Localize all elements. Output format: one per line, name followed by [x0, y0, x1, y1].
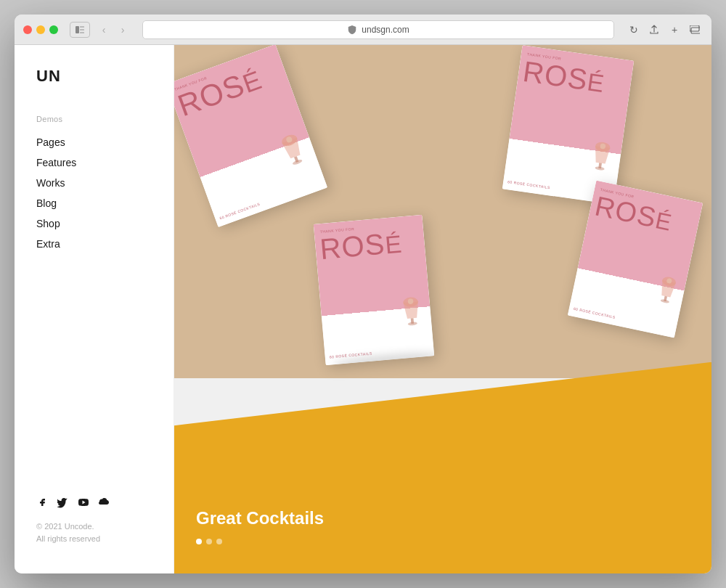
minimize-button[interactable]	[36, 25, 45, 34]
sidebar-item-works[interactable]: Works	[36, 173, 152, 193]
svg-point-12	[595, 166, 605, 171]
hero-background: THANK YOU FOR ROSÉ 60	[174, 45, 711, 573]
sidebar-navigation: Demos Pages Features Works Blog Shop Ext…	[15, 115, 174, 481]
logo-text: UN	[36, 67, 61, 85]
book-3-title: ROSÉ	[319, 226, 421, 263]
back-button[interactable]: ‹	[96, 22, 112, 38]
svg-rect-3	[80, 32, 84, 33]
copyright: © 2021 Uncode. All rights reserved	[36, 520, 152, 544]
book-3: THANK YOU FOR ROSÉ 60 ROSÉ COCKTAIL	[314, 215, 434, 365]
slider-dot-2[interactable]	[206, 539, 212, 544]
sidebar-item-pages[interactable]: Pages	[36, 132, 152, 152]
browser-controls	[70, 22, 90, 38]
youtube-icon[interactable]	[77, 496, 90, 509]
sidebar-toggle-button[interactable]	[70, 22, 90, 38]
slider-dot-1[interactable]	[196, 539, 202, 544]
url-text: undsgn.com	[362, 25, 409, 35]
sidebar-item-features[interactable]: Features	[36, 152, 152, 173]
slider-dot-3[interactable]	[216, 539, 222, 544]
book-3-inner: THANK YOU FOR ROSÉ 60 ROSÉ COCKTAIL	[314, 215, 434, 365]
browser-content: UN Demos Pages Features Works Blog Shop …	[15, 45, 711, 573]
forward-button[interactable]: ›	[115, 22, 131, 38]
book-3-drink	[400, 295, 423, 330]
share-button[interactable]	[646, 22, 662, 38]
copyright-line2: All rights reserved	[36, 533, 152, 545]
sidebar-item-shop[interactable]: Shop	[36, 213, 152, 234]
sidebar: UN Demos Pages Features Works Blog Shop …	[15, 45, 174, 573]
sidebar-item-extra[interactable]: Extra	[36, 234, 152, 254]
tabs-button[interactable]	[687, 22, 703, 38]
book-2-title: ROSÉ	[521, 57, 628, 99]
hero-title: Great Cocktails	[196, 508, 324, 528]
browser-actions: ↻ +	[626, 22, 703, 38]
book-4-sub: 60 ROSÉ COCKTAILS	[573, 306, 616, 319]
browser-chrome: ‹ › undsgn.com ↻ +	[15, 15, 711, 45]
new-tab-button[interactable]: +	[666, 22, 682, 38]
hero-text-overlay: Great Cocktails	[196, 508, 324, 544]
section-label: Demos	[36, 115, 152, 123]
svg-rect-5	[691, 28, 700, 33]
browser-window: ‹ › undsgn.com ↻ +	[15, 15, 711, 573]
book-2-sub: 60 ROSÉ COCKTAILS	[507, 179, 550, 189]
copyright-line1: © 2021 Uncode.	[36, 520, 152, 533]
book-4-title: ROSÉ	[592, 192, 696, 239]
book-2-inner: THANK YOU FOR ROSÉ 60 ROSÉ COCKTAIL	[502, 45, 634, 205]
close-button[interactable]	[23, 25, 32, 34]
security-icon	[347, 25, 357, 35]
sidebar-logo[interactable]: UN	[15, 60, 174, 115]
sidebar-item-blog[interactable]: Blog	[36, 193, 152, 213]
book-4-drink	[654, 274, 680, 309]
svg-rect-2	[80, 29, 84, 30]
browser-nav: ‹ ›	[96, 22, 131, 38]
svg-rect-0	[76, 26, 79, 33]
reload-button[interactable]: ↻	[626, 22, 642, 38]
hero-area: THANK YOU FOR ROSÉ 60	[174, 45, 711, 573]
svg-rect-1	[80, 26, 84, 28]
svg-point-16	[408, 322, 417, 326]
book-2-drink	[589, 140, 613, 176]
slider-dots	[196, 539, 324, 544]
address-bar[interactable]: undsgn.com	[142, 20, 614, 39]
maximize-button[interactable]	[49, 25, 58, 34]
twitter-icon[interactable]	[57, 496, 70, 509]
sidebar-footer: © 2021 Uncode. All rights reserved	[15, 481, 174, 559]
book-1-drink	[277, 131, 310, 172]
traffic-lights	[23, 25, 58, 34]
facebook-icon[interactable]	[36, 496, 49, 509]
soundcloud-icon[interactable]	[97, 496, 110, 509]
social-icons	[36, 496, 152, 509]
book-2: THANK YOU FOR ROSÉ 60 ROSÉ COCKTAIL	[502, 45, 634, 205]
